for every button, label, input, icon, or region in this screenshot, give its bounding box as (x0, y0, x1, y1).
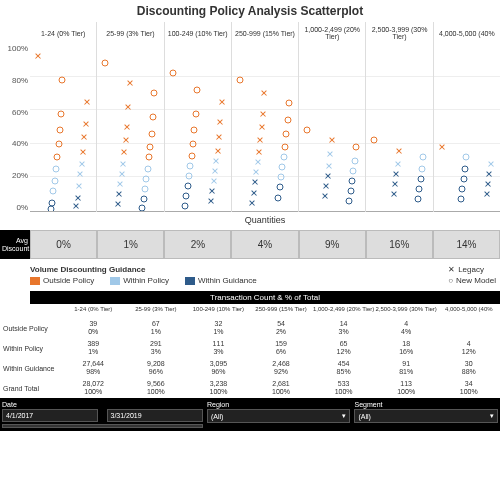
data-point[interactable] (209, 187, 216, 194)
data-point[interactable] (483, 191, 490, 198)
data-point[interactable] (349, 177, 356, 184)
data-point[interactable] (76, 182, 83, 189)
plot-area[interactable] (30, 44, 96, 212)
data-point[interactable] (121, 149, 128, 156)
data-point[interactable] (417, 176, 424, 183)
data-point[interactable] (281, 144, 288, 151)
data-point[interactable] (485, 181, 492, 188)
data-point[interactable] (257, 137, 264, 144)
data-point[interactable] (147, 144, 154, 151)
data-point[interactable] (253, 169, 260, 176)
data-point[interactable] (395, 147, 402, 154)
date-slider[interactable] (2, 424, 203, 428)
data-point[interactable] (415, 196, 422, 203)
data-point[interactable] (438, 144, 445, 151)
data-point[interactable] (149, 113, 156, 120)
data-point[interactable] (143, 176, 150, 183)
data-point[interactable] (148, 130, 155, 137)
data-point[interactable] (50, 187, 57, 194)
data-point[interactable] (236, 76, 243, 83)
data-point[interactable] (186, 172, 193, 179)
data-point[interactable] (54, 154, 61, 161)
data-point[interactable] (122, 137, 129, 144)
data-point[interactable] (120, 160, 127, 167)
data-point[interactable] (117, 181, 124, 188)
data-point[interactable] (280, 154, 287, 161)
data-point[interactable] (82, 120, 89, 127)
data-point[interactable] (283, 130, 290, 137)
data-point[interactable] (259, 110, 266, 117)
data-point[interactable] (34, 53, 41, 60)
data-point[interactable] (279, 164, 286, 171)
data-point[interactable] (78, 160, 85, 167)
data-point[interactable] (390, 191, 397, 198)
data-point[interactable] (190, 140, 197, 147)
plot-area[interactable] (97, 44, 163, 212)
data-point[interactable] (182, 202, 189, 209)
data-point[interactable] (327, 150, 334, 157)
plot-area[interactable] (165, 44, 231, 212)
data-point[interactable] (169, 70, 176, 77)
data-point[interactable] (256, 149, 263, 156)
data-point[interactable] (391, 181, 398, 188)
data-point[interactable] (420, 154, 427, 161)
data-point[interactable] (102, 60, 109, 67)
data-point[interactable] (459, 186, 466, 193)
data-point[interactable] (51, 177, 58, 184)
data-point[interactable] (254, 159, 261, 166)
data-point[interactable] (74, 194, 81, 201)
date-to-input[interactable]: 3/31/2019 (107, 409, 203, 422)
data-point[interactable] (261, 90, 268, 97)
data-point[interactable] (218, 98, 225, 105)
date-from-input[interactable]: 4/1/2017 (2, 409, 98, 422)
data-point[interactable] (211, 167, 218, 174)
data-point[interactable] (192, 110, 199, 117)
data-point[interactable] (77, 171, 84, 178)
data-point[interactable] (347, 187, 354, 194)
region-dropdown[interactable]: (All)▾ (207, 409, 351, 423)
data-point[interactable] (249, 199, 256, 206)
data-point[interactable] (214, 147, 221, 154)
data-point[interactable] (126, 80, 133, 87)
data-point[interactable] (187, 162, 194, 169)
data-point[interactable] (55, 140, 62, 147)
data-point[interactable] (188, 152, 195, 159)
data-point[interactable] (114, 201, 121, 208)
data-point[interactable] (250, 189, 257, 196)
data-point[interactable] (215, 134, 222, 141)
data-point[interactable] (125, 103, 132, 110)
data-point[interactable] (140, 196, 147, 203)
data-point[interactable] (351, 157, 358, 164)
data-point[interactable] (151, 90, 158, 97)
data-point[interactable] (144, 166, 151, 173)
data-point[interactable] (393, 171, 400, 178)
data-point[interactable] (191, 127, 198, 134)
data-point[interactable] (325, 162, 332, 169)
data-point[interactable] (58, 110, 65, 117)
data-point[interactable] (118, 171, 125, 178)
data-point[interactable] (56, 127, 63, 134)
data-point[interactable] (371, 137, 378, 144)
plot-area[interactable] (232, 44, 298, 212)
data-point[interactable] (139, 204, 146, 211)
data-point[interactable] (353, 144, 360, 151)
data-point[interactable] (461, 166, 468, 173)
data-point[interactable] (116, 191, 123, 198)
data-point[interactable] (346, 197, 353, 204)
data-point[interactable] (285, 100, 292, 107)
data-point[interactable] (486, 171, 493, 178)
data-point[interactable] (252, 179, 259, 186)
data-point[interactable] (73, 202, 80, 209)
data-point[interactable] (59, 76, 66, 83)
data-point[interactable] (194, 87, 201, 94)
data-point[interactable] (183, 192, 190, 199)
data-point[interactable] (460, 176, 467, 183)
data-point[interactable] (304, 127, 311, 134)
data-point[interactable] (124, 124, 131, 131)
plot-area[interactable] (299, 44, 365, 212)
data-point[interactable] (213, 157, 220, 164)
data-point[interactable] (145, 154, 152, 161)
data-point[interactable] (323, 182, 330, 189)
data-point[interactable] (350, 167, 357, 174)
data-point[interactable] (277, 174, 284, 181)
